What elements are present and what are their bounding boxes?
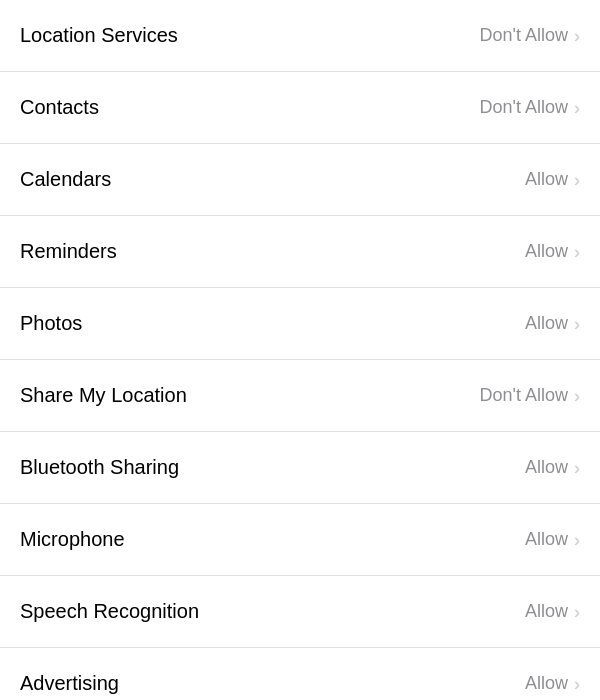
row-right-contacts: Don't Allow› (480, 97, 580, 118)
settings-row-share-my-location[interactable]: Share My LocationDon't Allow› (0, 360, 600, 432)
value-photos: Allow (525, 313, 568, 334)
value-share-my-location: Don't Allow (480, 385, 568, 406)
row-right-share-my-location: Don't Allow› (480, 385, 580, 406)
label-advertising: Advertising (20, 672, 119, 695)
value-contacts: Don't Allow (480, 97, 568, 118)
value-microphone: Allow (525, 529, 568, 550)
value-calendars: Allow (525, 169, 568, 190)
chevron-right-icon: › (574, 531, 580, 549)
value-speech-recognition: Allow (525, 601, 568, 622)
row-right-photos: Allow› (525, 313, 580, 334)
chevron-right-icon: › (574, 675, 580, 693)
row-right-microphone: Allow› (525, 529, 580, 550)
settings-row-location-services[interactable]: Location ServicesDon't Allow› (0, 0, 600, 72)
row-right-reminders: Allow› (525, 241, 580, 262)
settings-list: Location ServicesDon't Allow›ContactsDon… (0, 0, 600, 700)
settings-row-speech-recognition[interactable]: Speech RecognitionAllow› (0, 576, 600, 648)
value-bluetooth-sharing: Allow (525, 457, 568, 478)
chevron-right-icon: › (574, 387, 580, 405)
chevron-right-icon: › (574, 459, 580, 477)
label-reminders: Reminders (20, 240, 117, 263)
chevron-right-icon: › (574, 603, 580, 621)
chevron-right-icon: › (574, 99, 580, 117)
label-photos: Photos (20, 312, 82, 335)
chevron-right-icon: › (574, 315, 580, 333)
settings-row-advertising[interactable]: AdvertisingAllow› (0, 648, 600, 700)
label-speech-recognition: Speech Recognition (20, 600, 199, 623)
chevron-right-icon: › (574, 243, 580, 261)
label-bluetooth-sharing: Bluetooth Sharing (20, 456, 179, 479)
label-calendars: Calendars (20, 168, 111, 191)
value-advertising: Allow (525, 673, 568, 694)
settings-row-bluetooth-sharing[interactable]: Bluetooth SharingAllow› (0, 432, 600, 504)
row-right-advertising: Allow› (525, 673, 580, 694)
row-right-location-services: Don't Allow› (480, 25, 580, 46)
settings-row-reminders[interactable]: RemindersAllow› (0, 216, 600, 288)
label-location-services: Location Services (20, 24, 178, 47)
label-contacts: Contacts (20, 96, 99, 119)
value-reminders: Allow (525, 241, 568, 262)
row-right-calendars: Allow› (525, 169, 580, 190)
settings-row-contacts[interactable]: ContactsDon't Allow› (0, 72, 600, 144)
settings-row-photos[interactable]: PhotosAllow› (0, 288, 600, 360)
row-right-bluetooth-sharing: Allow› (525, 457, 580, 478)
chevron-right-icon: › (574, 27, 580, 45)
value-location-services: Don't Allow (480, 25, 568, 46)
settings-row-calendars[interactable]: CalendarsAllow› (0, 144, 600, 216)
label-microphone: Microphone (20, 528, 125, 551)
chevron-right-icon: › (574, 171, 580, 189)
row-right-speech-recognition: Allow› (525, 601, 580, 622)
settings-row-microphone[interactable]: MicrophoneAllow› (0, 504, 600, 576)
label-share-my-location: Share My Location (20, 384, 187, 407)
